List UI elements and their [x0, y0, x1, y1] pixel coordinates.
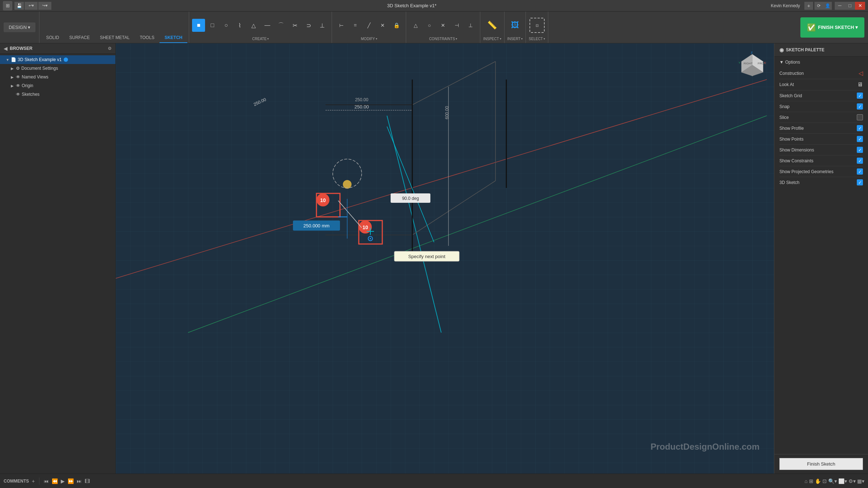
redo-button[interactable]: ↪▾ [38, 2, 51, 10]
minimize-button[interactable]: ─ [835, 2, 845, 10]
tool-constraint1[interactable]: △ [409, 19, 422, 32]
modify-label[interactable]: MODIFY ▾ [361, 37, 377, 41]
tool-constraint5[interactable]: ⊥ [464, 19, 477, 32]
tool-modify5[interactable]: 🔒 [390, 19, 403, 32]
save-indicator: 💾 ↩▾ ↪▾ [14, 2, 51, 10]
play-first-button[interactable]: ⏮ [44, 478, 49, 484]
refresh-button[interactable]: ⟳ [814, 2, 823, 10]
tool-modify1[interactable]: ⊢ [335, 19, 348, 32]
palette-section-title[interactable]: ▼ Options [779, 60, 863, 65]
checkbox-show-projected[interactable]: ✓ [857, 168, 863, 175]
checkbox-show-constraints[interactable]: ✓ [857, 158, 863, 164]
close-button[interactable]: ✕ [855, 2, 865, 10]
tree-arrow-root: ▼ [6, 58, 11, 62]
view-cube-button[interactable]: ⊞ [809, 478, 813, 484]
display-settings-button[interactable]: ⚙▾ [848, 478, 856, 484]
comment-expand-button[interactable]: + [32, 478, 35, 484]
play-last-button[interactable]: ⏭ [77, 478, 82, 484]
checkbox-show-profile[interactable]: ✓ [857, 125, 863, 131]
play-button[interactable]: ▶ [61, 478, 65, 484]
zoom-fit-button[interactable]: ⊡ [822, 478, 827, 484]
undo-button[interactable]: ↩▾ [25, 2, 38, 10]
palette-row-construction: Construction ◁ [779, 68, 863, 79]
checkbox-sketch-grid[interactable]: ✓ [857, 93, 863, 99]
palette-row-show-dimensions: Show Dimensions ✓ [779, 145, 863, 155]
tool-inspect[interactable]: 📏 [485, 18, 500, 33]
tool-rect-outline[interactable]: □ [206, 19, 219, 32]
checkbox-show-points[interactable]: ✓ [857, 136, 863, 142]
app-grid-icon[interactable]: ⊞ [3, 1, 12, 10]
tool-conic[interactable]: ⊥ [316, 19, 329, 32]
design-button[interactable]: DESIGN ▾ [4, 22, 35, 32]
tool-spline[interactable]: ✂ [288, 19, 301, 32]
tool-polyline[interactable]: ⌇ [233, 19, 246, 32]
grid-display-button[interactable]: ▦▾ [857, 478, 864, 484]
tab-sketch[interactable]: SKETCH [159, 33, 187, 43]
inspect-label[interactable]: INSPECT ▾ [483, 37, 501, 41]
sidebar-collapse-button[interactable]: ◀ [4, 46, 8, 51]
tree-item-origin[interactable]: ▶ 👁 Origin [0, 81, 115, 90]
svg-text:600.00: 600.00 [444, 106, 450, 119]
look-at-button[interactable]: 🖥 [857, 81, 863, 88]
save-button[interactable]: 💾 [14, 2, 24, 10]
sidebar-settings-button[interactable]: ⚙ [108, 46, 112, 51]
constraints-label[interactable]: CONSTRAINTS ▾ [429, 37, 457, 41]
tool-circle[interactable]: ○ [220, 19, 233, 32]
select-label[interactable]: SELECT ▾ [529, 37, 545, 41]
tab-tools[interactable]: TOOLS [135, 33, 159, 43]
tool-arc[interactable]: ⌒ [275, 19, 288, 32]
palette-row-sketch-grid: Sketch Grid ✓ [779, 90, 863, 101]
svg-text:90.0 deg: 90.0 deg [402, 196, 419, 201]
orientation-cube[interactable]: FRONT RIGHT X Y Z [738, 51, 767, 80]
create-label[interactable]: CREATE ▾ [252, 37, 269, 41]
tool-constraint3[interactable]: ✕ [437, 19, 450, 32]
tool-triangle[interactable]: △ [247, 19, 260, 32]
constraints-section: △ ○ ✕ ⊣ ⊥ CONSTRAINTS ▾ [406, 12, 480, 43]
palette-finish-sketch-button[interactable]: Finish Sketch [779, 458, 863, 470]
construction-button[interactable]: ◁ [859, 70, 863, 77]
tool-insert-img[interactable]: 🖼 [507, 18, 523, 33]
tab-sheet-metal[interactable]: SHEET METAL [95, 33, 135, 43]
tree-arrow-doc: ▶ [11, 67, 16, 70]
tool-line-fill[interactable]: ■ [192, 19, 205, 32]
tool-select-box[interactable]: ⊡ [529, 18, 545, 33]
tree-item-sketches[interactable]: 👁 Sketches [0, 90, 115, 99]
palette-label-show-points: Show Points [779, 137, 804, 142]
view-controls: ⌂ ⊞ ✋ ⊡ 🔍▾ ⬜▾ ⚙▾ ▦▾ [805, 478, 864, 484]
tree-item-doc-settings[interactable]: ▶ ⚙ Document Settings [0, 64, 115, 73]
checkbox-show-dimensions[interactable]: ✓ [857, 147, 863, 153]
tree-item-root[interactable]: ▼ 📄 3D Sketch Example v1 [0, 55, 115, 64]
tab-solid[interactable]: SOLID [41, 33, 64, 43]
zoom-dropdown-button[interactable]: 🔍▾ [828, 478, 837, 484]
new-tab-button[interactable]: + [804, 2, 813, 10]
tree-icon-root: 📄 [11, 57, 16, 62]
tool-constraint4[interactable]: ⊣ [450, 19, 463, 32]
tree-arrow-views: ▶ [11, 75, 16, 79]
checkbox-slice[interactable] [857, 114, 863, 120]
svg-text:250.000 mm: 250.000 mm [303, 223, 329, 228]
finish-sketch-button[interactable]: ✅ FINISH SKETCH ▾ [800, 17, 864, 38]
tool-modify4[interactable]: ✕ [376, 19, 389, 32]
maximize-button[interactable]: □ [845, 2, 855, 10]
account-button[interactable]: 👤 [823, 2, 832, 10]
tool-slot[interactable]: ⊃ [302, 19, 315, 32]
tab-surface[interactable]: SURFACE [64, 33, 95, 43]
tool-modify2[interactable]: = [349, 19, 362, 32]
display-mode-button[interactable]: ⬜▾ [838, 478, 847, 484]
canvas-area[interactable]: 250.00 250.000 mm 90.0 deg Specify next … [116, 43, 774, 474]
keyframe-button[interactable]: 🎞 [85, 478, 90, 484]
tool-constraint2[interactable]: ○ [423, 19, 436, 32]
tool-modify3[interactable]: ╱ [362, 19, 375, 32]
pan-button[interactable]: ✋ [815, 478, 821, 484]
tree-item-named-views[interactable]: ▶ 👁 Named Views [0, 73, 115, 81]
tree-label-doc: Document Settings [21, 66, 58, 71]
insert-label[interactable]: INSERT ▾ [507, 37, 523, 41]
palette-label-slice: Slice [779, 115, 789, 120]
home-view-button[interactable]: ⌂ [805, 478, 808, 484]
tool-line[interactable]: — [261, 19, 274, 32]
play-next-button[interactable]: ⏩ [68, 478, 74, 484]
window-title: 3D Sketch Example v1* [53, 3, 771, 8]
play-prev-button[interactable]: ⏪ [52, 478, 58, 484]
checkbox-3d-sketch[interactable]: ✓ [857, 179, 863, 185]
checkbox-snap[interactable]: ✓ [857, 103, 863, 110]
